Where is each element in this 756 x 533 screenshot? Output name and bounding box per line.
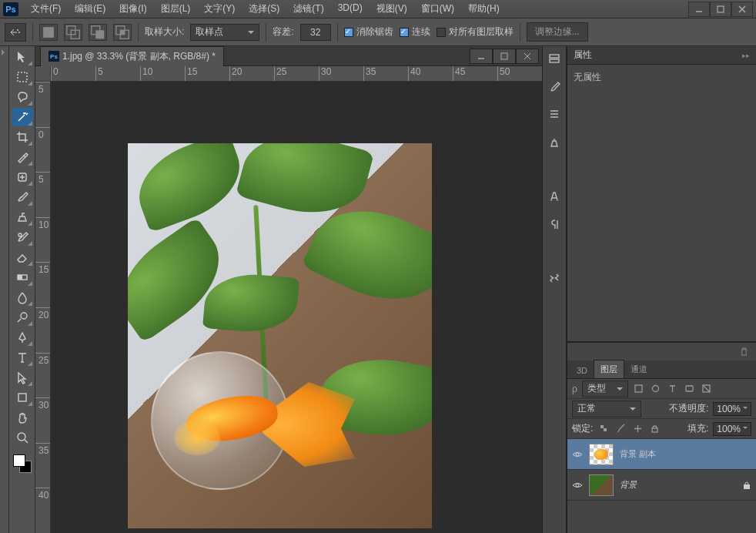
filter-pixel-icon[interactable] [633,383,645,395]
doc-close-button[interactable] [516,49,539,64]
contiguous-checkbox[interactable]: 连续 [400,25,430,39]
new-selection-icon[interactable] [39,24,58,41]
gradient-tool[interactable] [12,268,33,287]
filter-adjustment-icon[interactable] [650,383,662,395]
marquee-tool[interactable] [12,68,33,86]
zoom-tool[interactable] [12,428,33,447]
sample-size-dropdown[interactable]: 取样点 [190,24,259,41]
lock-position-icon[interactable] [631,423,644,435]
paragraph-panel-icon[interactable] [546,216,563,233]
menu-image[interactable]: 图像(I) [113,0,152,18]
menu-type[interactable]: 文字(Y) [198,0,241,18]
tolerance-input[interactable] [300,24,331,41]
canvas-viewport[interactable]: 05101520253035404550 50510152025303540 [35,66,542,533]
visibility-toggle[interactable] [572,449,583,460]
menu-3d[interactable]: 3D(D) [332,0,369,18]
crop-tool[interactable] [12,128,33,146]
doc-minimize-button[interactable] [470,49,493,64]
tools-panel-icon[interactable] [546,270,563,287]
path-selection-tool[interactable] [12,368,33,387]
ruler-origin[interactable] [35,66,51,82]
tool-preset-picker[interactable] [5,23,26,42]
blend-mode-dropdown[interactable]: 正常 [572,401,641,417]
filter-smart-icon[interactable] [701,383,713,395]
minimize-button[interactable] [688,2,710,17]
subtract-selection-icon[interactable] [89,24,107,41]
eraser-tool[interactable] [12,248,33,266]
toolbox-collapse-gutter[interactable] [0,46,9,533]
refine-edge-button[interactable]: 调整边缘... [527,22,588,42]
collapsed-panel-dock [542,46,567,533]
lasso-tool[interactable] [12,88,33,106]
menu-help[interactable]: 帮助(H) [462,0,506,18]
lock-image-icon[interactable] [614,423,627,435]
maximize-button[interactable] [710,2,731,17]
layer-row[interactable]: 背景 副本 [567,439,756,470]
menu-view[interactable]: 视图(V) [370,0,413,18]
opacity-input[interactable]: 100% [713,402,751,416]
fill-input[interactable]: 100% [713,422,751,436]
menu-select[interactable]: 选择(S) [243,0,286,18]
color-swatches[interactable] [12,453,33,474]
svg-rect-37 [744,484,750,489]
type-tool[interactable] [12,348,33,367]
blur-tool[interactable] [12,288,33,307]
properties-panel-header[interactable]: 属性 ▸▸ [567,46,756,65]
tab-3d[interactable]: 3D [570,363,594,378]
menu-file[interactable]: 文件(F) [25,0,67,18]
canvas[interactable] [128,143,432,528]
brush-tool[interactable] [12,188,33,206]
layer-list: 背景 副本 背景 [567,439,756,533]
filter-shape-icon[interactable] [684,383,696,395]
brush-panel-icon[interactable] [546,79,563,96]
lock-fill-row: 锁定: 填充: 100% [567,419,756,439]
history-panel-icon[interactable] [546,51,563,68]
hand-tool[interactable] [12,408,33,427]
menu-edit[interactable]: 编辑(E) [69,0,112,18]
trash-icon[interactable] [738,346,750,358]
document-tab[interactable]: Ps 1.jpg @ 33.3% (背景 副本, RGB/8#) * [40,46,224,66]
foreground-color[interactable] [13,454,25,467]
shape-tool[interactable] [12,388,33,407]
pen-tool[interactable] [12,328,33,347]
layer-thumbnail[interactable] [589,474,614,496]
svg-rect-14 [18,72,27,82]
move-tool[interactable] [12,48,33,66]
tab-channels[interactable]: 通道 [624,360,654,378]
healing-brush-tool[interactable] [12,168,33,186]
layer-name[interactable]: 背景 [620,479,736,491]
svg-rect-1 [718,6,724,12]
brush-presets-icon[interactable] [546,106,563,123]
filter-type-dropdown[interactable]: 类型 [582,380,628,397]
panel-collapse-icon[interactable]: ▸▸ [742,52,750,59]
all-layers-checkbox[interactable]: 对所有图层取样 [437,25,513,39]
doc-maximize-button[interactable] [493,49,516,64]
antialias-checkbox[interactable]: 消除锯齿 [344,25,393,39]
lock-transparency-icon[interactable] [597,423,610,435]
horizontal-ruler[interactable]: 05101520253035404550 [51,66,542,82]
menu-window[interactable]: 窗口(W) [415,0,460,18]
vertical-ruler[interactable]: 50510152025303540 [35,82,51,533]
close-button[interactable] [731,2,753,17]
intersect-selection-icon[interactable] [113,24,132,41]
history-brush-tool[interactable] [12,228,33,246]
layer-name[interactable]: 背景 副本 [620,448,751,460]
character-panel-icon[interactable] [546,188,563,205]
layer-thumbnail[interactable] [589,444,614,465]
clone-source-icon[interactable] [546,134,563,151]
svg-point-19 [21,313,27,319]
filter-type-icon[interactable] [667,383,679,395]
menu-layer[interactable]: 图层(L) [155,0,197,18]
menu-filter[interactable]: 滤镜(T) [287,0,329,18]
svg-point-29 [653,386,659,392]
lock-all-icon[interactable] [648,423,661,435]
clone-stamp-tool[interactable] [12,208,33,226]
eyedropper-tool[interactable] [12,148,33,166]
dodge-tool[interactable] [12,308,33,327]
magic-wand-tool[interactable] [12,108,33,126]
visibility-toggle[interactable] [572,480,583,491]
add-selection-icon[interactable] [64,24,82,41]
layer-row[interactable]: 背景 [567,470,756,501]
tab-layers[interactable]: 图层 [594,360,624,378]
svg-rect-28 [635,385,642,392]
